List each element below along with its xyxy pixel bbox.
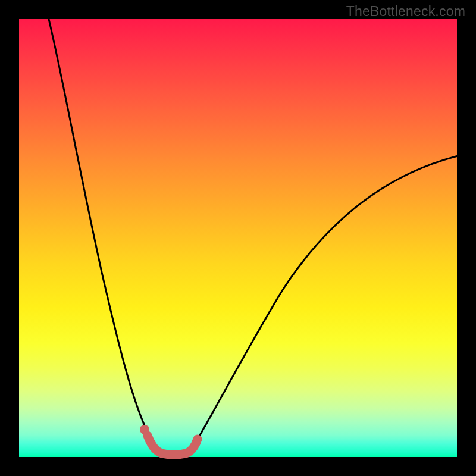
plot-area bbox=[19, 19, 457, 457]
right-curve bbox=[182, 156, 458, 454]
attribution-text: TheBottleneck.com bbox=[346, 4, 465, 20]
highlight-dot bbox=[140, 425, 149, 434]
curve-layer bbox=[19, 19, 457, 457]
highlight-band bbox=[148, 436, 198, 455]
chart-frame: TheBottleneck.com bbox=[0, 0, 476, 476]
left-curve bbox=[48, 14, 164, 454]
